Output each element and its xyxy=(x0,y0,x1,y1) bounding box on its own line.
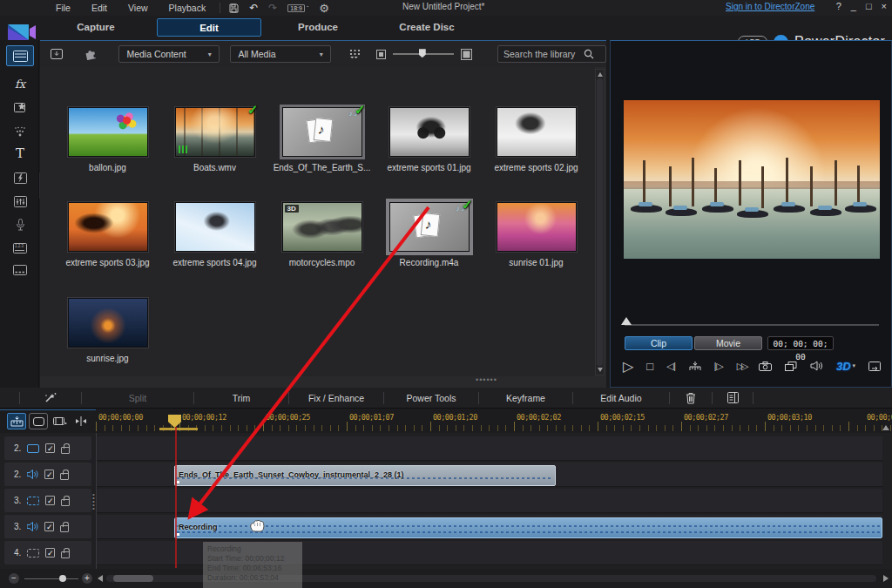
help-button[interactable]: ? xyxy=(836,1,841,11)
media-item[interactable]: sunrise 01.jpg xyxy=(483,202,590,267)
step-marker-icon[interactable] xyxy=(689,361,701,371)
audio-clip-ends-of-the-earth[interactable]: Ends_Of_The_Earth_Sunset_Cowboy_instrume… xyxy=(174,465,556,486)
search-input[interactable] xyxy=(503,49,584,59)
thumbnail-small-icon[interactable] xyxy=(376,50,386,59)
previous-frame-icon[interactable]: ◁| xyxy=(666,361,676,372)
library-search[interactable] xyxy=(497,45,606,63)
track-content-video3[interactable] xyxy=(96,489,882,513)
menu-playback[interactable]: Playback xyxy=(159,0,217,16)
track-content-video2[interactable] xyxy=(96,436,882,461)
sidebar-item-media-room[interactable] xyxy=(6,45,34,66)
add-track-icon[interactable] xyxy=(51,413,70,429)
keyframe-button[interactable]: Keyframe xyxy=(479,393,572,403)
menu-edit[interactable]: Edit xyxy=(81,0,118,16)
search-icon[interactable] xyxy=(584,49,594,59)
power-tools-button[interactable]: Power Tools xyxy=(384,393,478,403)
lock-icon[interactable] xyxy=(60,525,69,532)
next-frame-icon[interactable]: |▷ xyxy=(714,361,724,372)
media-item[interactable]: ✓ Boats.wmv xyxy=(161,107,268,172)
stop-icon[interactable]: □ xyxy=(646,360,653,373)
sidebar-item-audio-mixing-room[interactable] xyxy=(6,191,34,212)
media-filter-dropdown[interactable]: All Media▾ xyxy=(230,45,330,63)
timecode-display[interactable]: 00; 00; 00; 00 xyxy=(767,336,834,350)
lock-icon[interactable] xyxy=(60,473,69,480)
undo-icon[interactable]: ↶ xyxy=(249,2,258,14)
track-enable-checkbox[interactable]: ✓ xyxy=(44,522,54,531)
menu-file[interactable]: File xyxy=(45,0,81,16)
magic-wand-button[interactable] xyxy=(20,392,81,404)
tab-produce[interactable]: Produce xyxy=(270,18,366,37)
room-panel-icon[interactable] xyxy=(713,392,753,403)
sidebar-item-title-room[interactable]: T xyxy=(6,143,34,164)
track-enable-checkbox[interactable]: ✓ xyxy=(45,548,55,558)
play-icon[interactable]: ▷ xyxy=(623,358,633,375)
zoom-out-button[interactable]: − xyxy=(9,573,19,584)
lock-icon[interactable] xyxy=(61,499,70,506)
sidebar-item-subtitle-room[interactable] xyxy=(6,260,34,280)
fullscreen-icon[interactable] xyxy=(868,362,881,371)
media-item[interactable]: extreme sports 01.jpg xyxy=(375,107,483,172)
save-icon[interactable] xyxy=(229,3,239,13)
zoom-in-button[interactable]: + xyxy=(82,573,92,584)
movie-mode-button[interactable]: Movie xyxy=(694,336,762,350)
snapshot-camera-icon[interactable] xyxy=(759,362,772,371)
aspect-ratio-dropdown[interactable]: 18:9ˇ xyxy=(287,4,308,12)
media-item[interactable]: 3D motorcycles.mpo xyxy=(268,202,375,267)
volume-icon[interactable] xyxy=(810,361,823,371)
scroll-right-icon[interactable] xyxy=(883,575,889,582)
scroll-left-icon[interactable] xyxy=(98,575,103,582)
media-item[interactable]: extreme sports 03.jpg xyxy=(54,202,161,267)
content-type-dropdown[interactable]: Media Content▾ xyxy=(118,45,219,63)
track-enable-checkbox[interactable]: ✓ xyxy=(45,496,55,505)
track-enable-checkbox[interactable]: ✓ xyxy=(44,470,54,479)
fix-enhance-button[interactable]: Fix / Enhance xyxy=(289,393,383,403)
import-media-icon[interactable] xyxy=(51,48,64,60)
track-manager-icon[interactable] xyxy=(71,413,91,429)
minimize-button[interactable]: _ xyxy=(851,1,856,11)
undock-preview-icon[interactable] xyxy=(785,362,797,371)
scrollbar-thumb[interactable] xyxy=(597,78,603,366)
sidebar-item-voiceover-room[interactable] xyxy=(6,214,34,235)
library-scrollbar[interactable] xyxy=(595,69,605,375)
trim-button[interactable]: Trim xyxy=(194,393,288,403)
maximize-button[interactable]: □ xyxy=(866,1,872,11)
media-item[interactable]: sunrise.jpg xyxy=(54,298,161,363)
menu-view[interactable]: View xyxy=(118,0,159,16)
edit-audio-button[interactable]: Edit Audio xyxy=(573,393,669,403)
track-divider-handle[interactable]: ••••• xyxy=(92,493,98,510)
delete-trash-icon[interactable] xyxy=(670,392,712,404)
sidebar-item-pip-objects[interactable] xyxy=(6,97,34,118)
sidebar-item-transition-room[interactable] xyxy=(6,167,34,188)
preview-seekbar[interactable] xyxy=(625,324,879,326)
tab-capture[interactable]: Capture xyxy=(48,18,144,37)
close-button[interactable]: × xyxy=(882,1,887,11)
library-menu-icon[interactable] xyxy=(349,49,361,59)
3d-mode-button[interactable]: 3D▾ xyxy=(836,360,855,373)
tab-edit[interactable]: Edit xyxy=(157,18,261,37)
sidebar-item-particle-room[interactable] xyxy=(6,120,34,141)
lock-icon[interactable] xyxy=(61,551,70,558)
timeline-zoom-slider[interactable] xyxy=(24,578,78,580)
select-range-tool[interactable] xyxy=(29,413,48,429)
thumbnail-size-slider[interactable] xyxy=(393,53,454,55)
zoom-slider-thumb[interactable] xyxy=(59,575,66,582)
plugin-icon[interactable] xyxy=(84,48,98,60)
scroll-up-icon[interactable] xyxy=(598,72,603,77)
signin-link[interactable]: Sign in to DirectorZone xyxy=(726,2,814,11)
seekbar-thumb[interactable] xyxy=(621,317,632,325)
hscrollbar-thumb[interactable] xyxy=(113,575,153,582)
media-item[interactable]: extreme sports 02.jpg xyxy=(483,107,590,172)
lock-icon[interactable] xyxy=(61,447,70,454)
panel-resize-handle[interactable]: •••••• xyxy=(476,379,498,382)
track-enable-checkbox[interactable]: ✓ xyxy=(45,443,55,453)
settings-gear-icon[interactable]: ⚙ xyxy=(319,2,329,15)
redo-icon[interactable]: ↷ xyxy=(268,2,277,14)
thumbnail-large-icon[interactable] xyxy=(461,49,472,60)
fast-forward-icon[interactable]: ▷▷ xyxy=(737,361,747,372)
track-scroll-up-icon[interactable] xyxy=(882,425,889,430)
slider-thumb[interactable] xyxy=(419,49,426,57)
timeline-ruler[interactable]: 00;00;00;00 00;00;00;12 00;00;00;25 00;0… xyxy=(96,409,892,433)
media-item[interactable]: extreme sports 04.jpg xyxy=(161,202,268,267)
sidebar-item-chapter-room[interactable]: 1.2.3 xyxy=(6,238,34,259)
tab-create-disc[interactable]: Create Disc xyxy=(375,18,479,37)
